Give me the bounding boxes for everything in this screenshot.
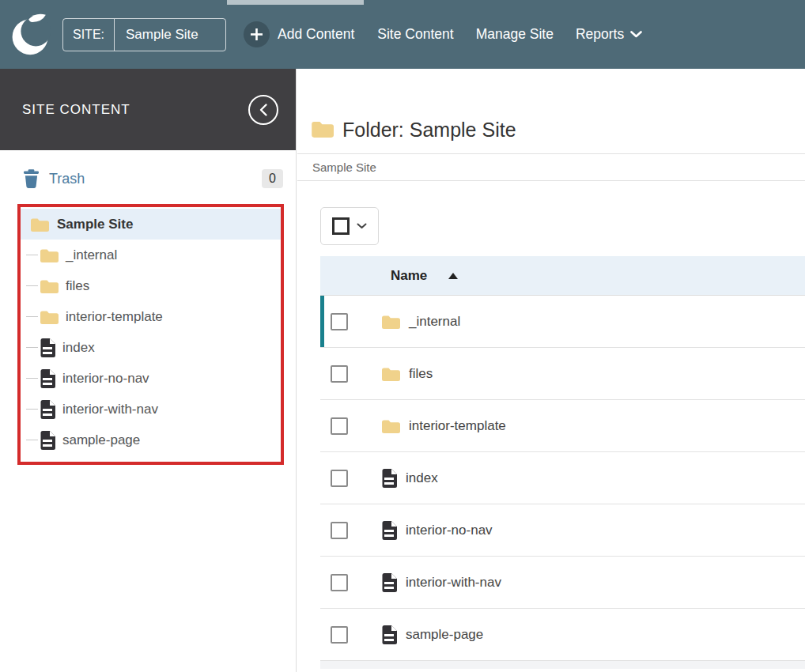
row-checkbox[interactable] [331,574,348,591]
name-column-header[interactable]: Name [391,268,427,284]
nav-reports-label: Reports [576,26,624,43]
tree-item-label: files [66,278,89,294]
table-row-interior-no-nav[interactable]: interior-no-nav [320,504,805,557]
row-name[interactable]: files [409,366,433,382]
site-picker-label: SITE: [63,19,115,51]
annotation-red-box: Sample Site _internal files interior-tem… [17,204,284,465]
folder-icon [40,310,59,324]
sort-ascending-icon[interactable] [448,273,458,279]
table-row-internal[interactable]: _internal [320,296,805,348]
table-row-interior-template[interactable]: interior-template [320,400,805,452]
page-icon [40,400,55,419]
page-icon [381,521,397,540]
page-icon [40,338,55,357]
tree-item-sample-site-root[interactable]: Sample Site [21,209,281,240]
row-name[interactable]: _internal [409,314,460,330]
tree-item-label: Sample Site [57,217,133,232]
tree-item-label: interior-template [66,309,163,325]
table-body: _internal files interior-template index … [320,296,805,661]
tree-item-label: interior-with-nav [62,402,158,417]
chevron-down-icon [357,223,367,229]
active-tab-indicator [227,0,364,5]
table-header-row: Name [320,256,805,296]
tree-branch-line [26,440,38,440]
primary-nav: Add Content Site Content Manage Site Rep… [232,21,653,47]
trash-icon [24,169,39,188]
page-icon [381,573,397,592]
folder-icon [381,315,400,329]
top-navigation-bar: SITE: Sample Site Add Content Site Conte… [0,0,805,69]
chevron-left-icon [258,103,269,117]
tree-item-label: sample-page [62,432,140,448]
select-all-dropdown-button[interactable] [320,207,379,245]
row-checkbox[interactable] [331,626,348,644]
table-row-index[interactable]: index [320,452,805,504]
folder-icon [311,120,334,138]
tree-item-label: _internal [66,247,117,263]
row-checkbox[interactable] [331,313,348,330]
tree-item-internal[interactable]: _internal [21,240,281,270]
tree-branch-line [26,285,38,286]
tree-children: _internal files interior-template index … [21,240,281,455]
tree-branch-line [26,316,38,317]
page-icon [381,469,397,488]
table-row-interior-with-nav[interactable]: interior-with-nav [320,557,805,609]
row-name[interactable]: interior-with-nav [406,575,501,591]
folder-icon [30,217,49,232]
breadcrumb: Sample Site [297,153,805,181]
row-checkbox[interactable] [331,470,348,487]
cascade-logo[interactable] [9,12,52,58]
tree-item-sample-page[interactable]: sample-page [21,425,281,455]
page-title-text: Folder: Sample Site [342,119,516,142]
table-toolbar [320,207,805,245]
trash-count-badge: 0 [262,169,283,188]
folder-view-main: Folder: Sample Site Sample Site Name _in… [297,69,805,672]
page-icon [381,625,397,644]
table-row-files[interactable]: files [320,348,805,400]
nav-site-content[interactable]: Site Content [366,26,464,43]
folder-icon [381,419,400,433]
row-checkbox[interactable] [331,417,348,435]
trash-label: Trash [49,171,85,187]
table-bottom-strip [320,661,805,669]
plus-icon [244,21,270,47]
folder-icon [40,279,59,293]
row-name[interactable]: interior-no-nav [406,523,493,538]
sidebar-panel-title: SITE CONTENT [22,102,130,118]
tree-item-label: index [62,340,95,356]
page-title: Folder: Sample Site [297,69,805,153]
row-name[interactable]: index [406,470,438,486]
folder-contents-table: Name _internal files interior-template i… [320,256,805,669]
nav-manage-site[interactable]: Manage Site [465,26,565,43]
page-icon [40,369,55,388]
tree-item-interior-with-nav[interactable]: interior-with-nav [21,394,281,425]
tree-branch-line [26,409,38,410]
tree-item-interior-no-nav[interactable]: interior-no-nav [21,363,281,394]
collapse-sidebar-button[interactable] [248,95,278,125]
add-content-label: Add Content [278,26,354,43]
tree-item-files[interactable]: files [21,270,281,301]
add-content-button[interactable]: Add Content [232,21,366,47]
sidebar-header: SITE CONTENT [0,69,296,150]
site-picker-value[interactable]: Sample Site [115,19,225,51]
folder-icon [40,248,59,262]
cascade-cms-app: SITE: Sample Site Add Content Site Conte… [0,0,805,672]
trash-link[interactable]: Trash 0 [0,150,296,199]
tree-branch-line [26,378,38,379]
row-name[interactable]: interior-template [409,418,506,434]
page-icon [40,431,55,450]
row-checkbox[interactable] [331,365,348,383]
folder-icon [381,367,400,381]
row-checkbox[interactable] [331,522,348,539]
select-all-checkbox[interactable] [332,217,350,235]
tree-item-index[interactable]: index [21,332,281,363]
tree-branch-line [26,255,38,255]
table-row-sample-page[interactable]: sample-page [320,609,805,661]
breadcrumb-site[interactable]: Sample Site [312,160,376,174]
site-picker[interactable]: SITE: Sample Site [62,18,226,51]
chevron-down-icon [630,31,642,38]
nav-reports[interactable]: Reports [565,26,653,43]
tree-item-interior-template[interactable]: interior-template [21,301,281,332]
row-name[interactable]: sample-page [406,627,483,643]
tree-branch-line [26,347,38,348]
